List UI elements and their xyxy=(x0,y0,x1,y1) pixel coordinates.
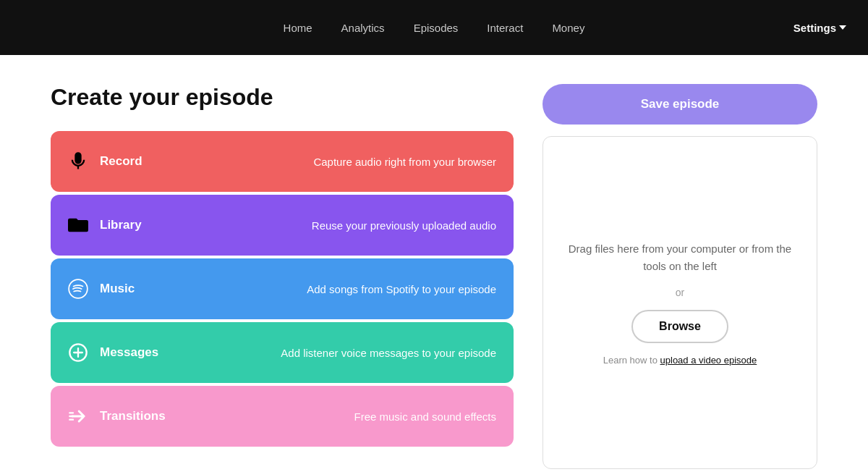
tool-cards: RecordCapture audio right from your brow… xyxy=(51,131,514,447)
or-text: or xyxy=(676,287,684,298)
upload-video-link[interactable]: upload a video episode xyxy=(660,355,757,366)
chevron-down-icon xyxy=(839,25,846,30)
tool-label-record: Record xyxy=(100,154,142,169)
tool-desc-library: Reuse your previously uploaded audio xyxy=(312,219,496,232)
page-title: Create your episode xyxy=(51,84,514,111)
tool-label-messages: Messages xyxy=(100,345,158,360)
nav-link-episodes[interactable]: Episodes xyxy=(414,22,459,34)
tool-card-record[interactable]: RecordCapture audio right from your brow… xyxy=(51,131,514,192)
nav-link-interact[interactable]: Interact xyxy=(487,22,523,34)
right-panel: Save episode Drag files here from your c… xyxy=(542,84,817,469)
tool-card-library[interactable]: LibraryReuse your previously uploaded au… xyxy=(51,195,514,256)
settings-button[interactable]: Settings xyxy=(793,22,846,34)
tool-desc-messages: Add listener voice messages to your epis… xyxy=(281,347,496,359)
tool-card-music[interactable]: MusicAdd songs from Spotify to your epis… xyxy=(51,258,514,319)
nav-link-home[interactable]: Home xyxy=(284,22,312,34)
tool-card-messages[interactable]: MessagesAdd listener voice messages to y… xyxy=(51,322,514,383)
plus-circle-icon xyxy=(68,342,88,363)
tool-label-music: Music xyxy=(100,282,135,296)
nav-link-analytics[interactable]: Analytics xyxy=(341,22,385,34)
save-episode-button[interactable]: Save episode xyxy=(542,84,817,125)
nav-links: HomeAnalyticsEpisodesInteractMoney xyxy=(284,22,585,34)
nav-link-money[interactable]: Money xyxy=(552,22,584,34)
drop-zone[interactable]: Drag files here from your computer or fr… xyxy=(542,136,817,469)
folder-icon xyxy=(68,215,88,235)
settings-label: Settings xyxy=(793,22,836,34)
upload-link-text: Learn how to upload a video episode xyxy=(603,355,757,366)
tool-desc-record: Capture audio right from your browser xyxy=(313,156,496,168)
left-panel: Create your episode RecordCapture audio … xyxy=(51,84,514,469)
main-content: Create your episode RecordCapture audio … xyxy=(36,55,832,472)
tool-label-library: Library xyxy=(100,218,142,232)
tool-desc-transitions: Free music and sound effects xyxy=(354,410,497,423)
main-nav: HomeAnalyticsEpisodesInteractMoney Setti… xyxy=(0,0,868,55)
spotify-icon xyxy=(68,279,88,299)
browse-button[interactable]: Browse xyxy=(631,310,728,343)
tool-card-transitions[interactable]: TransitionsFree music and sound effects xyxy=(51,386,514,447)
svg-point-0 xyxy=(69,279,88,298)
microphone-icon xyxy=(68,151,88,172)
drag-text: Drag files here from your computer or fr… xyxy=(565,240,795,275)
arrow-right-icon xyxy=(68,406,88,426)
tool-label-transitions: Transitions xyxy=(100,409,166,423)
tool-desc-music: Add songs from Spotify to your episode xyxy=(307,283,496,295)
